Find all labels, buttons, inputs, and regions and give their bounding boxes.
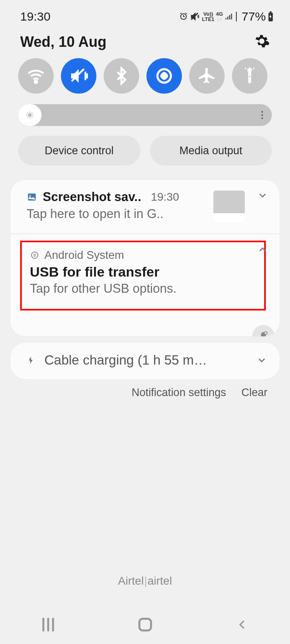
notification-body: Tap for other USB options.	[30, 281, 256, 296]
svg-point-9	[264, 331, 267, 334]
brightness-slider[interactable]	[18, 104, 272, 126]
gear-icon	[254, 33, 270, 49]
control-chips: Device control Media output	[0, 136, 290, 166]
notification-app-name: Android System	[44, 249, 124, 262]
settings-button[interactable]	[254, 33, 270, 51]
wifi-toggle[interactable]	[18, 58, 54, 94]
clear-all-button[interactable]: Clear	[241, 386, 267, 399]
back-button[interactable]	[236, 617, 248, 632]
vibrate-icon	[69, 66, 89, 86]
date-text[interactable]: Wed, 10 Aug	[20, 34, 106, 50]
media-output-button[interactable]: Media output	[150, 136, 272, 166]
svg-rect-1	[270, 11, 271, 13]
status-bar: 19:30 Vo)) LTE1 4G ↓↑ 77%	[0, 0, 290, 27]
bell-icon	[258, 331, 269, 336]
header-row: Wed, 10 Aug	[0, 27, 290, 58]
alarm-icon	[179, 12, 188, 21]
notification-snooze-button[interactable]	[252, 325, 275, 336]
svg-point-5	[29, 114, 31, 116]
svg-rect-4	[161, 72, 168, 80]
notification-charging[interactable]: Cable charging (1 h 55 m…	[10, 343, 280, 379]
flashlight-toggle[interactable]	[232, 58, 267, 94]
vibrate-mute-icon	[190, 11, 200, 22]
notification-title: Screenshot sav..	[43, 190, 141, 204]
status-time: 19:30	[20, 10, 50, 23]
image-icon	[27, 192, 37, 202]
highlight-annotation: Android System USB for file transfer Tap…	[20, 241, 266, 310]
bluetooth-icon	[112, 67, 131, 85]
recents-button[interactable]	[42, 618, 54, 631]
notification-group: Screenshot sav.. 19:30 Tap here to open …	[10, 180, 280, 336]
rotate-toggle[interactable]	[146, 58, 182, 94]
brightness-menu-button[interactable]	[261, 111, 263, 119]
notification-title: USB for file transfer	[30, 264, 256, 280]
svg-point-7	[29, 195, 31, 196]
device-control-button[interactable]: Device control	[18, 136, 140, 166]
sound-toggle[interactable]	[61, 58, 96, 94]
usb-icon	[30, 250, 40, 260]
signal-icon	[225, 12, 234, 21]
notification-screenshot[interactable]: Screenshot sav.. 19:30 Tap here to open …	[10, 180, 280, 233]
battery-percent: 77%	[242, 10, 266, 23]
screenshot-thumbnail[interactable]	[213, 191, 245, 222]
brightness-thumb[interactable]	[18, 104, 42, 126]
notification-usb[interactable]: Android System USB for file transfer Tap…	[10, 233, 280, 336]
airplane-toggle[interactable]	[189, 58, 225, 94]
svg-point-8	[31, 252, 38, 258]
svg-point-2	[35, 80, 37, 83]
back-icon	[236, 617, 248, 632]
collapse-button[interactable]	[257, 244, 268, 257]
chevron-up-icon	[257, 244, 268, 255]
chevron-down-icon[interactable]	[256, 355, 267, 366]
bluetooth-toggle[interactable]	[104, 58, 139, 94]
status-icons: Vo)) LTE1 4G ↓↑ 77%	[179, 10, 274, 23]
quick-settings	[0, 58, 290, 94]
battery-icon	[267, 11, 274, 22]
network-indicator: 4G ↓↑	[216, 11, 223, 22]
notification-settings-link[interactable]: Notification settings	[131, 386, 226, 399]
bolt-icon	[27, 354, 36, 366]
notification-footer: Notification settings Clear	[0, 379, 290, 399]
flashlight-icon	[241, 67, 259, 85]
navigation-bar	[0, 617, 290, 632]
wifi-icon	[26, 66, 46, 86]
chevron-down-icon	[257, 190, 268, 201]
expand-button[interactable]	[257, 190, 268, 203]
charging-text: Cable charging (1 h 55 m…	[44, 352, 248, 368]
carrier-label: Airtel|airtel	[0, 575, 290, 587]
auto-rotate-icon	[154, 66, 174, 86]
airplane-icon	[197, 66, 217, 86]
notification-time: 19:30	[151, 191, 179, 203]
home-button[interactable]	[138, 618, 152, 631]
sun-icon	[25, 111, 34, 120]
volte-indicator: Vo)) LTE1	[202, 11, 215, 22]
